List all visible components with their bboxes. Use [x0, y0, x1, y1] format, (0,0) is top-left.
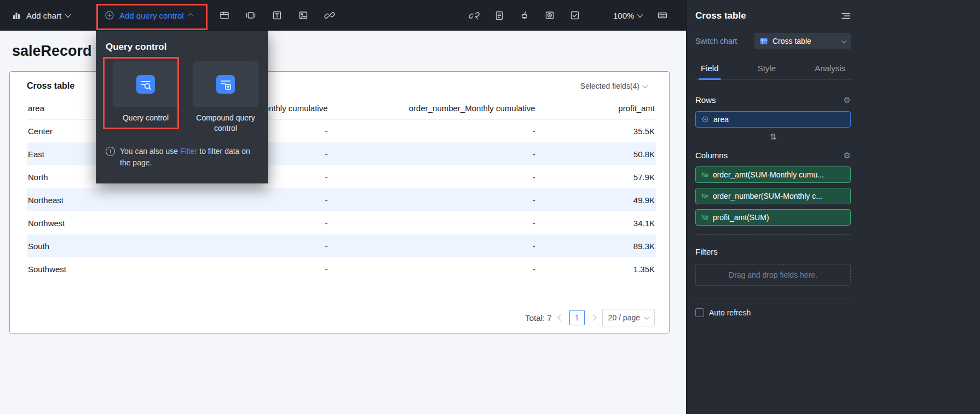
info-icon: i [106, 147, 115, 156]
add-chart-button[interactable]: Add chart [11, 10, 70, 21]
field-pill-label: area [713, 115, 729, 124]
auto-refresh-label: Auto refresh [709, 308, 751, 317]
cross-table-icon [759, 37, 768, 45]
panel-title: Cross table [695, 10, 746, 21]
text-icon[interactable] [272, 10, 283, 21]
zoom-control[interactable]: 100% [613, 11, 642, 20]
chevron-down-icon [643, 83, 648, 88]
gear-icon[interactable]: ⚙ [844, 151, 851, 159]
page-size-select[interactable]: 20 / page [602, 309, 655, 326]
bar-chart-icon [11, 10, 22, 21]
column-field-pill[interactable]: № profit_amt(SUM) [695, 209, 851, 226]
widget-title: Cross table [27, 81, 74, 91]
table-row: Southwest - - 1.35K [27, 257, 656, 280]
hint-text: You can also useFilterto filter data on … [120, 146, 258, 169]
selected-fields-toggle[interactable]: Selected fields(4) [580, 82, 647, 90]
task-icon[interactable] [569, 10, 580, 21]
measure-icon: № [701, 214, 708, 221]
compound-query-control-option[interactable]: Compound query control [193, 61, 258, 134]
table-row: Northwest - - 34.1K [27, 211, 656, 234]
switch-chart-label: Switch chart [695, 37, 737, 45]
hyperlink-icon[interactable] [469, 10, 480, 21]
divider [695, 298, 851, 298]
pagination: Total: 7 1 20 / page [525, 309, 655, 326]
divider [695, 234, 851, 235]
chevron-down-icon [65, 12, 71, 18]
field-pill-label: profit_amt(SUM) [713, 213, 769, 222]
compound-query-control-icon [216, 75, 235, 94]
link-icon[interactable] [324, 10, 335, 21]
column-field-pill[interactable]: № order_number(SUM-Monthly c... [695, 188, 851, 204]
notes-icon[interactable] [494, 10, 505, 21]
column-field-pill[interactable]: № order_amt(SUM-Monthly cumu... [695, 166, 851, 183]
columns-section-label: Columns [695, 151, 728, 160]
config-panel: Cross table Switch chart Cross table Fie… [686, 0, 980, 414]
tab-field[interactable]: Field [699, 58, 721, 79]
image-icon[interactable] [298, 10, 309, 21]
tab-container-icon[interactable] [219, 10, 230, 21]
chart-type-select[interactable]: Cross table [754, 33, 851, 49]
menu-title: Query control [106, 42, 258, 53]
tab-analysis[interactable]: Analysis [812, 58, 848, 79]
field-pill-label: order_number(SUM-Monthly c... [713, 192, 822, 200]
query-control-menu: Query control Query control [96, 31, 268, 183]
preview-icon[interactable] [544, 10, 555, 21]
table-row: South - - 89.3K [27, 234, 656, 257]
chart-type-value: Cross table [773, 37, 811, 45]
page-size-value: 20 / page [608, 313, 640, 322]
row-field-pill[interactable]: area [695, 111, 851, 128]
swap-axes-icon[interactable]: ⇅ [695, 132, 851, 142]
chevron-down-icon [841, 38, 847, 43]
keyboard-icon[interactable] [657, 10, 668, 21]
add-query-control-label: Add query control [119, 11, 184, 20]
zoom-value: 100% [613, 11, 634, 20]
measure-icon: № [701, 171, 708, 179]
field-pill-label: order_amt(SUM-Monthly cumu... [713, 170, 824, 179]
filters-dropzone[interactable]: Drag and drop fields here. [695, 264, 851, 286]
chevron-down-icon [637, 12, 643, 18]
chevron-down-icon [644, 314, 650, 320]
top-toolbar: Add chart Add query control [0, 0, 686, 31]
filters-section-label: Filters [695, 247, 718, 256]
plus-circle-icon [104, 10, 115, 21]
tab-style[interactable]: Style [756, 58, 778, 79]
option-label: Compound query control [193, 113, 258, 134]
next-page-button[interactable] [591, 315, 596, 320]
page-title: saleRecord [12, 43, 92, 60]
query-control-icon [136, 75, 155, 94]
pagination-total: Total: 7 [525, 313, 551, 323]
column-header: order_number_Monthly cumulative [329, 97, 537, 119]
dimension-icon [701, 116, 709, 123]
gear-icon[interactable]: ⚙ [844, 96, 851, 104]
selected-fields-label: Selected fields(4) [580, 82, 639, 90]
carousel-icon[interactable] [245, 10, 256, 21]
query-control-option[interactable]: Query control [113, 61, 178, 134]
filter-link[interactable]: Filter [180, 147, 197, 156]
menu-lines-icon[interactable] [841, 11, 851, 21]
table-row: Northeast - - 49.9K [27, 188, 656, 211]
panel-tabs: Field Style Analysis [695, 58, 851, 80]
column-header: profit_amt [537, 97, 656, 119]
chevron-up-icon [187, 13, 193, 19]
clear-icon[interactable] [519, 10, 530, 21]
rows-section-label: Rows [695, 95, 716, 105]
current-page-button[interactable]: 1 [569, 310, 585, 325]
add-query-control-button[interactable]: Add query control [104, 10, 193, 21]
measure-icon: № [701, 192, 708, 200]
option-label: Query control [113, 113, 178, 123]
add-chart-label: Add chart [26, 11, 61, 20]
auto-refresh-checkbox[interactable] [695, 308, 704, 317]
prev-page-button[interactable] [558, 315, 563, 320]
